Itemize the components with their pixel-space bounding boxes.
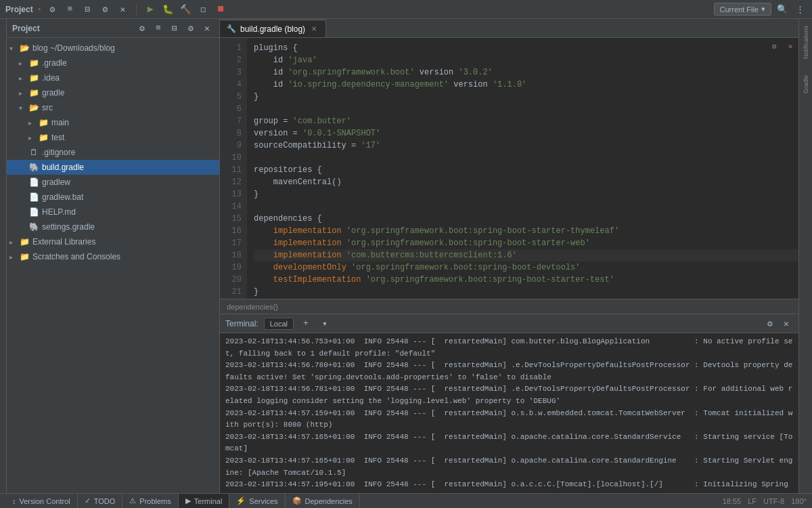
terminal-content[interactable]: 2023-02-18T13:44:56.753+01:00 INFO 25448… (220, 333, 798, 493)
tree-file-icon: 📂 (28, 102, 39, 113)
code-line-15: ▶dependencies { (254, 213, 798, 225)
terminal-log-line: 2023-02-18T13:44:56.780+01:00 INFO 25448… (225, 360, 793, 383)
settings-icon[interactable]: ⚙ (45, 3, 59, 16)
status-tab-label: TODO (94, 497, 116, 505)
sidebar-item-main-folder[interactable]: ▸📁main (7, 115, 219, 130)
status-tab-icon: ⚠ (129, 496, 136, 505)
sidebar-item-blog-root[interactable]: ▾📂blog ~/Downloads/blog (7, 41, 219, 56)
sidebar-item-gradlew-bat[interactable]: 📄gradlew.bat (7, 190, 219, 205)
terminal-local-tab[interactable]: Local (264, 318, 294, 330)
code-line-13: } (254, 188, 798, 200)
collapse-icon[interactable]: ⊟ (81, 3, 94, 16)
tab-close-icon[interactable]: ✕ (309, 24, 319, 34)
tree-arrow: ▾ (9, 45, 19, 52)
editor-tabs: 🔧 build.gradle (blog) ✕ (220, 19, 798, 38)
run-icon[interactable]: ▶ (143, 3, 157, 16)
code-text: implementation 'com.buttercms:buttercmsc… (254, 249, 517, 261)
sidebar-item-gitignore[interactable]: 🗒.gitignore (7, 145, 219, 160)
editor-tool-icon-1[interactable]: ⚙ (767, 39, 781, 53)
sidebar-settings-icon[interactable]: ⚙ (135, 22, 149, 35)
code-text: id 'org.springframework.boot' version '3… (254, 66, 493, 79)
sidebar-item-gradle-folder[interactable]: ▸📁.gradle (7, 56, 219, 70)
coverage-icon[interactable]: ◻ (196, 3, 210, 16)
line-number-10: 10 (220, 152, 247, 164)
debug-icon[interactable]: 🐛 (161, 3, 175, 16)
tree-item-label: build.gradle (42, 163, 84, 172)
sidebar-close-icon[interactable]: ✕ (200, 22, 214, 35)
more-icon[interactable]: ⋮ (793, 3, 807, 16)
line-number-11: 11 (220, 164, 247, 176)
tree-file-icon: 📂 (19, 43, 30, 54)
gradle-sidebar-icon[interactable]: Gradle (800, 64, 812, 104)
tree-item-label: settings.gradle (42, 222, 95, 232)
current-file-dropdown[interactable]: Current File ▾ (714, 3, 771, 16)
terminal-dropdown-icon[interactable]: ▾ (318, 317, 332, 331)
tree-file-icon: 📁 (28, 72, 39, 83)
terminal-settings-icon[interactable]: ⚙ (763, 317, 777, 331)
build-gradle-tab[interactable]: 🔧 build.gradle (blog) ✕ (220, 20, 326, 37)
search-icon[interactable]: 🔍 (775, 3, 789, 16)
top-bar-right: Current File ▾ 🔍 ⋮ (714, 3, 807, 16)
stop-icon[interactable]: ⏹ (214, 3, 227, 16)
status-tab-problems[interactable]: ⚠Problems (122, 494, 178, 509)
status-tab-todo[interactable]: ✓TODO (78, 494, 123, 509)
line-number-7: 7 (220, 115, 247, 127)
sidebar-item-settings-gradle[interactable]: 🐘settings.gradle (7, 219, 219, 234)
tree-file-icon: 📄 (28, 207, 39, 217)
close-panel-icon[interactable]: ✕ (116, 3, 129, 16)
status-tab-dependencies[interactable]: 📦Dependencies (286, 494, 360, 509)
tree-item-label: gradle (42, 88, 64, 98)
sidebar-item-src-folder[interactable]: ▾📂src (7, 100, 219, 115)
status-tab-icon: ▶ (185, 496, 191, 505)
sidebar-item-test-folder[interactable]: ▸📁test (7, 130, 219, 145)
tree-item-label: Scratches and Consoles (32, 252, 120, 261)
sidebar-header: Project ⚙ ≡ ⊟ ⚙ ✕ (7, 19, 219, 38)
sidebar-item-gradlew[interactable]: 📄gradlew (7, 175, 219, 190)
code-text: plugins { (254, 42, 298, 54)
code-line-19: developmentOnly 'org.springframework.boo… (254, 261, 798, 274)
structure-sidebar (0, 19, 7, 493)
editor-close-icon[interactable]: ✕ (784, 39, 797, 53)
notifications-sidebar-icon[interactable]: Notifications (800, 22, 812, 62)
tree-arrow: ▸ (28, 134, 38, 142)
status-tab-label: Version Control (20, 497, 70, 505)
sidebar-item-ext-libs[interactable]: ▸📁External Libraries (7, 234, 219, 249)
code-line-18: implementation 'com.buttercms:buttercmsc… (254, 249, 798, 261)
line-number-4: 4 (220, 79, 247, 91)
sidebar-item-scratches[interactable]: ▸📁Scratches and Consoles (7, 249, 219, 264)
tree-item-label: .gradle (42, 58, 67, 68)
code-line-6 (254, 103, 798, 115)
line-number-16: 16 (220, 225, 247, 237)
code-line-7: group = 'com.butter' (254, 115, 798, 127)
sidebar-item-help-md[interactable]: 📄HELP.md (7, 205, 219, 219)
code-line-10 (254, 152, 798, 164)
project-label[interactable]: Project (5, 5, 33, 14)
code-line-17: implementation 'org.springframework.boot… (254, 237, 798, 249)
add-terminal-icon[interactable]: + (299, 317, 313, 331)
code-line-20: testImplementation 'org.springframework.… (254, 274, 798, 286)
sidebar-item-gradle-sub[interactable]: ▸📁gradle (7, 85, 219, 100)
sidebar-gear-icon[interactable]: ⚙ (184, 22, 198, 35)
sidebar-item-idea-folder[interactable]: ▸📁.idea (7, 70, 219, 85)
tree-arrow: ▸ (19, 89, 28, 97)
status-tab-services[interactable]: ⚡Services (229, 494, 285, 509)
line-number-19: 19 (220, 261, 247, 274)
status-tab-terminal[interactable]: ▶Terminal (179, 494, 230, 509)
terminal-close-icon[interactable]: ✕ (780, 317, 793, 331)
expand-icon[interactable]: ≡ (63, 3, 76, 16)
code-text: group = 'com.butter' (254, 115, 351, 127)
sidebar-expand-icon[interactable]: ≡ (152, 22, 165, 35)
code-text: sourceCompatibility = '17' (254, 140, 380, 152)
tree-item-label: gradlew.bat (42, 192, 83, 202)
status-tab-version-control[interactable]: ↕Version Control (5, 494, 78, 509)
status-tab-label: Terminal (194, 497, 223, 505)
build-icon[interactable]: 🔨 (179, 3, 192, 16)
tree-arrow: ▸ (19, 75, 28, 82)
tree-item-label: HELP.md (42, 207, 76, 217)
gear-icon[interactable]: ⚙ (98, 3, 112, 16)
sidebar-item-build-gradle[interactable]: 🐘build.gradle (7, 160, 219, 175)
code-line-14 (254, 200, 798, 213)
terminal-label: Terminal: (225, 319, 258, 329)
code-content[interactable]: plugins { id 'java' id 'org.springframew… (247, 38, 798, 299)
sidebar-collapse-icon[interactable]: ⊟ (168, 22, 181, 35)
